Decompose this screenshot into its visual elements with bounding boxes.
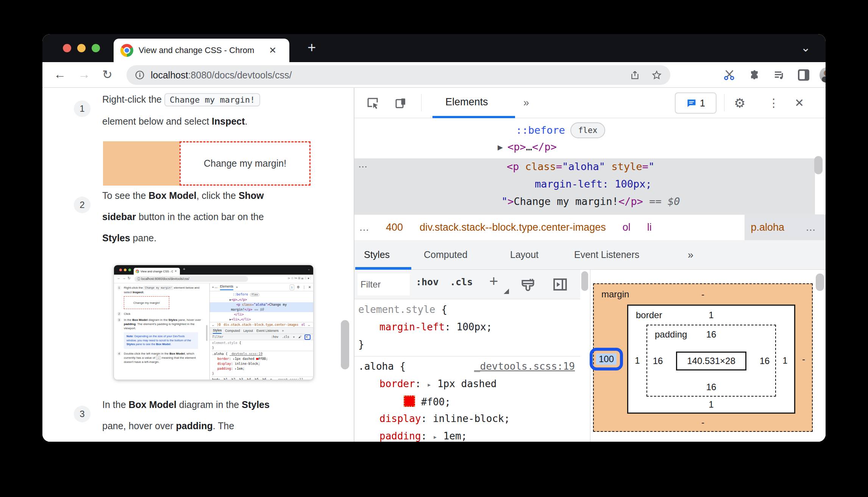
inspect-element-icon[interactable] <box>366 96 379 111</box>
padding-box: padding 16 16 140.531×28 16 16 <box>646 325 776 397</box>
forward-button[interactable]: → <box>78 67 90 81</box>
node-hover-dots[interactable]: ⋯ <box>358 161 367 172</box>
share-icon[interactable] <box>630 70 640 80</box>
css-declaration[interactable]: padding: ▸ 1em; <box>379 430 467 442</box>
scissors-extension-icon[interactable] <box>723 68 736 82</box>
token: padding <box>124 322 136 326</box>
site-info-icon[interactable] <box>135 70 145 80</box>
token: Change my margin! <box>144 286 173 290</box>
sidebar-scrollbar-thumb[interactable] <box>816 274 824 291</box>
address-bar[interactable]: localhost:8080/docs/devtools/css/ <box>126 65 670 85</box>
browser-tab[interactable]: View and change CSS - Chrom ✕ <box>114 39 289 62</box>
styles-scrollbar-thumb[interactable] <box>581 271 588 291</box>
tab-elements[interactable]: Elements <box>445 96 488 108</box>
margin-right-value[interactable]: - <box>802 354 805 364</box>
token: 400 <box>386 222 403 233</box>
token: 1px dashed <box>235 357 256 361</box>
css-declaration[interactable]: margin-left: 100px; <box>379 321 492 333</box>
tab-computed[interactable]: Computed <box>424 249 467 260</box>
extensions-puzzle-icon[interactable] <box>748 68 761 82</box>
token: style <box>611 161 642 172</box>
back-button[interactable]: ← <box>54 67 66 81</box>
padding-left-value[interactable]: 16 <box>653 356 663 366</box>
aloha-rule-selector[interactable]: .aloha { <box>358 361 406 372</box>
margin-top-value[interactable]: - <box>701 289 704 300</box>
page-scrollbar-thumb[interactable] <box>341 320 349 369</box>
close-window-light[interactable] <box>63 44 71 52</box>
token: </li> <box>234 313 244 316</box>
bookmark-star-icon[interactable] <box>651 70 662 80</box>
tab-strip: View and change CSS - Chrom ✕ + ⌄ <box>42 34 826 62</box>
tab-event-listeners[interactable]: Event Listeners <box>574 249 639 260</box>
tab-layout[interactable]: Layout <box>510 249 539 260</box>
padding-label[interactable]: padding <box>655 329 687 340</box>
device-toolbar-icon[interactable] <box>394 96 407 111</box>
filter-input[interactable]: Filter <box>358 274 410 295</box>
border-label[interactable]: border <box>636 310 662 320</box>
token: <p>…</p> <box>231 298 247 302</box>
content-size[interactable]: 140.531×28 <box>676 352 746 370</box>
new-style-rule-button[interactable]: + <box>489 273 498 290</box>
close-devtools-icon[interactable]: ✕ <box>795 96 804 109</box>
css-color-value[interactable]: #f00; <box>404 395 451 408</box>
dom-collapsed-p[interactable]: <p>…</p> <box>507 141 557 153</box>
token: Inspect <box>133 291 143 294</box>
token: body, h1, h2, h3, h4, h5, h6, p, <box>212 378 276 380</box>
token: : Depending on the size of your DevTools… <box>126 334 191 342</box>
token: $0 <box>668 195 680 207</box>
change-my-margin-element[interactable]: Change my margin! <box>180 141 311 186</box>
more-tabs-chevron[interactable]: » <box>688 249 693 261</box>
margin-label[interactable]: margin <box>601 289 629 300</box>
settings-gear-icon[interactable]: ⚙ <box>734 95 745 111</box>
dom-scrollbar-thumb[interactable] <box>814 156 823 174</box>
rendering-paintbrush-icon[interactable] <box>520 276 536 294</box>
toggle-class[interactable]: .cls <box>450 277 473 288</box>
token: )0 <box>217 322 221 327</box>
browser-toolbar: ← → ↻ localhost:8080/docs/devtools/css/ <box>42 62 826 88</box>
thumb-favicon-icon <box>136 270 139 273</box>
padding-bottom-value[interactable]: 16 <box>706 382 717 392</box>
token: " <box>648 161 654 172</box>
border-top-value[interactable]: 1 <box>709 310 713 320</box>
dom-pseudo-before[interactable]: ::before <box>516 124 565 136</box>
token: Right-click the <box>124 286 144 289</box>
reload-button[interactable]: ↻ <box>102 67 112 82</box>
toggle-hover-state[interactable]: :hov <box>416 277 439 288</box>
issues-badge[interactable]: 1 <box>675 92 717 114</box>
element-style-selector[interactable]: element.style { <box>358 304 447 315</box>
tab-styles[interactable]: Styles <box>364 249 390 260</box>
color-swatch[interactable] <box>404 395 415 407</box>
token: … <box>526 141 532 153</box>
devtools-menu-icon[interactable]: ⋮ <box>768 96 779 109</box>
flex-badge[interactable]: flex <box>570 122 605 138</box>
border-left-value[interactable]: 1 <box>635 355 640 366</box>
margin-left-value[interactable]: 100 <box>596 353 617 365</box>
padding-top-value[interactable]: 16 <box>706 329 717 340</box>
token: element.style <box>212 341 239 345</box>
margin-bottom-value[interactable]: - <box>701 417 704 428</box>
dom-selected-node[interactable]: ⋯ <p class="aloha" style=" margin-left: … <box>354 158 815 214</box>
css-declaration[interactable]: display: inline-block; <box>379 413 510 424</box>
css-declaration[interactable]: border: ▸ 1px dashed <box>379 378 496 389</box>
token: = <box>556 161 562 172</box>
side-panel-icon[interactable] <box>797 68 810 82</box>
expand-arrow-icon[interactable]: ▶ <box>498 143 503 152</box>
more-panels-chevron[interactable]: » <box>523 97 529 109</box>
tab-search-chevron-icon[interactable]: ⌄ <box>801 41 810 54</box>
show-sidebar-button[interactable] <box>552 277 568 294</box>
token: flex <box>250 293 259 297</box>
minimize-window-light[interactable] <box>77 44 86 52</box>
chrome-favicon-icon <box>120 44 133 57</box>
stylesheet-link[interactable]: _devtools.scss:19 <box>474 361 575 372</box>
devtools-toolbar: Elements » 1 ⚙ ⋮ ✕ <box>354 88 826 118</box>
token: Change my margin! <box>514 195 618 207</box>
media-queue-icon[interactable] <box>773 68 786 82</box>
padding-right-value[interactable]: 16 <box>760 356 770 366</box>
maximize-window-light[interactable] <box>92 44 100 52</box>
border-right-value[interactable]: 1 <box>782 355 787 366</box>
token: – <box>156 356 161 360</box>
new-tab-button[interactable]: + <box>308 39 316 56</box>
tab-close-icon[interactable]: ✕ <box>269 45 276 56</box>
avatar[interactable] <box>820 68 826 82</box>
border-bottom-value[interactable]: 1 <box>709 399 713 410</box>
